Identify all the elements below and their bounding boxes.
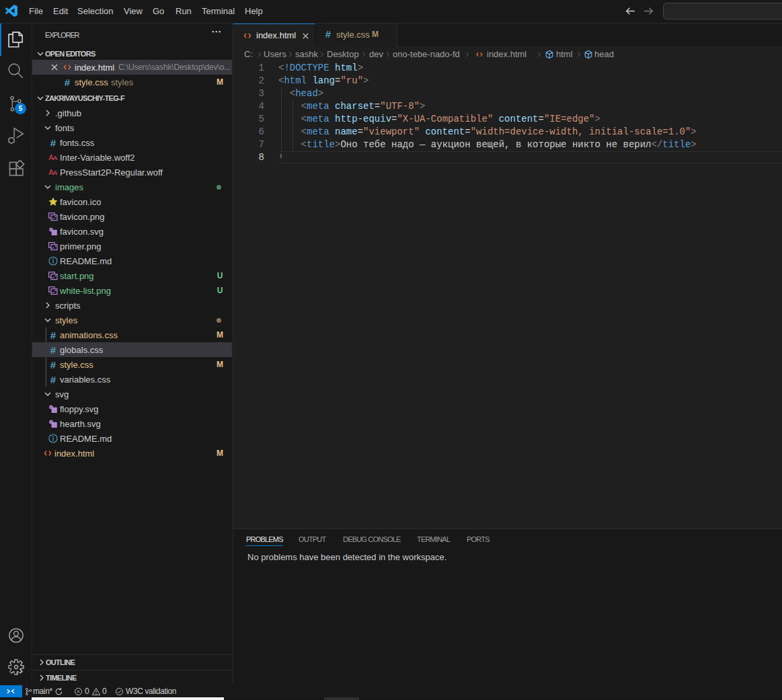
svg-text:A: A	[53, 169, 58, 176]
svg-text:A: A	[53, 155, 58, 161]
